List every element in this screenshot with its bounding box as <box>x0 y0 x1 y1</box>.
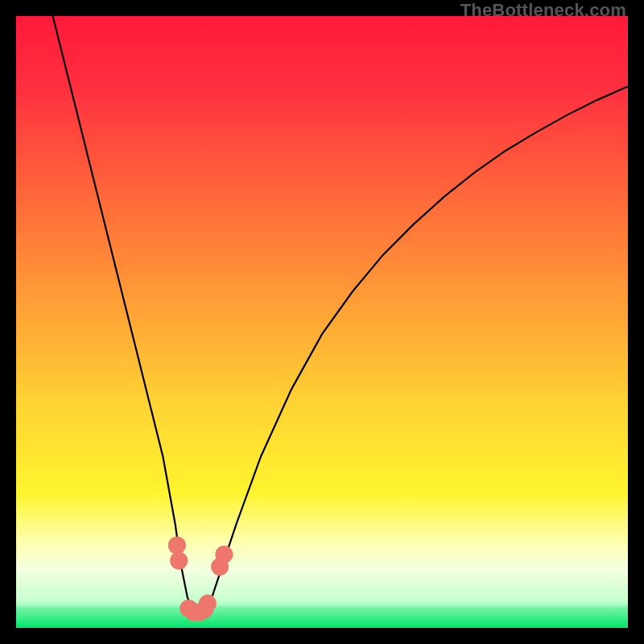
bottleneck-chart <box>16 16 628 628</box>
marker-dot <box>215 546 233 564</box>
chart-frame <box>16 16 628 628</box>
marker-dot <box>170 551 188 569</box>
marker-dot <box>168 536 186 554</box>
green-band <box>16 606 628 628</box>
gradient-background <box>16 16 628 628</box>
marker-dot <box>199 595 217 613</box>
svg-rect-0 <box>16 606 628 628</box>
watermark-text: TheBottleneck.com <box>460 0 626 21</box>
